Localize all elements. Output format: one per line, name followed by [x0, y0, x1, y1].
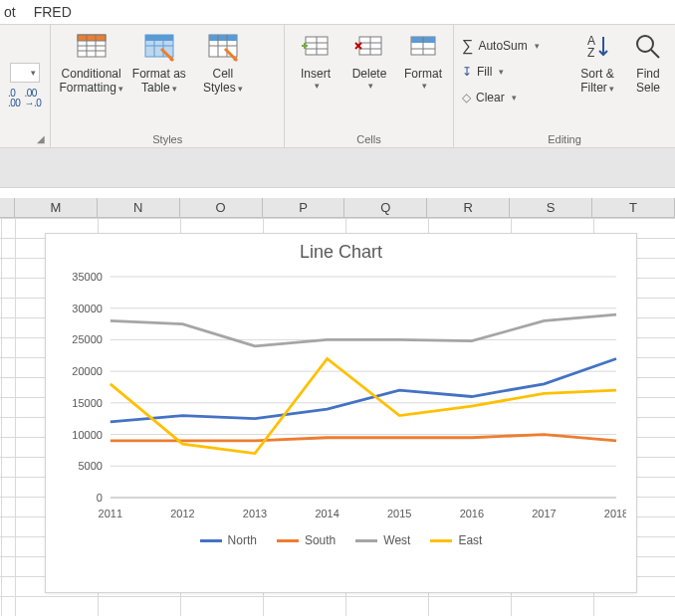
insert-cells-icon — [300, 31, 332, 63]
svg-rect-12 — [209, 35, 237, 41]
legend-swatch — [355, 539, 377, 542]
chevron-down-icon: ▾ — [499, 67, 504, 77]
svg-text:2016: 2016 — [460, 508, 484, 519]
col-header[interactable]: P — [263, 198, 345, 217]
worksheet[interactable]: M N O P Q R S T Line Chart 0500010000150… — [0, 148, 675, 616]
col-header[interactable]: M — [15, 198, 98, 217]
svg-text:0: 0 — [97, 492, 103, 504]
svg-text:Z: Z — [587, 46, 594, 60]
svg-text:2015: 2015 — [387, 508, 411, 519]
group-cells: Insert ▾ Delete ▾ Format ▾ Cells — [285, 25, 454, 147]
conditional-formatting-icon — [76, 31, 108, 63]
increase-decimal-button[interactable]: .0.00 — [8, 89, 20, 108]
group-styles: Conditional Formatting▾ Format as Table▾ — [51, 25, 285, 147]
ribbon: ▾ .0.00 .00→.0 ◢ Conditional Formatting▾ — [0, 25, 675, 148]
chevron-down-icon: ▾ — [31, 68, 36, 78]
svg-rect-1 — [78, 35, 106, 41]
legend-swatch — [277, 539, 299, 542]
col-header[interactable]: O — [180, 198, 263, 217]
chart-legend: NorthSouthWestEast — [56, 533, 626, 547]
legend-swatch — [200, 539, 222, 542]
legend-label: East — [458, 533, 482, 547]
legend-label: South — [305, 533, 336, 547]
delete-button[interactable]: Delete ▾ — [346, 29, 392, 92]
clear-button[interactable]: ◇ Clear ▾ — [462, 87, 565, 108]
group-number: ▾ .0.00 .00→.0 ◢ — [0, 25, 51, 147]
group-label: Styles — [51, 133, 284, 145]
format-as-table-icon — [143, 31, 175, 63]
col-header[interactable]: R — [427, 198, 510, 217]
insert-button[interactable]: Insert ▾ — [293, 29, 338, 92]
cell-styles-icon — [207, 31, 239, 63]
legend-item: East — [430, 533, 482, 547]
fill-button[interactable]: ↧ Fill ▾ — [462, 61, 565, 83]
chevron-down-icon: ▾ — [609, 84, 614, 94]
autosum-button[interactable]: ∑ AutoSum ▾ — [462, 35, 565, 57]
chevron-down-icon: ▾ — [535, 41, 540, 51]
number-format-combo[interactable]: ▾ — [10, 63, 40, 83]
cell-grid[interactable]: Line Chart 05000100001500020000250003000… — [0, 218, 675, 616]
group-label: Cells — [285, 133, 453, 145]
col-header[interactable]: S — [510, 198, 592, 217]
find-select-button[interactable]: Find Sele — [629, 29, 667, 96]
format-cells-icon — [407, 31, 439, 63]
svg-text:15000: 15000 — [72, 397, 102, 409]
legend-item: South — [277, 533, 336, 547]
find-icon — [632, 31, 664, 63]
chevron-down-icon: ▾ — [422, 81, 427, 92]
svg-text:2012: 2012 — [170, 508, 194, 519]
sort-filter-button[interactable]: A Z Sort & Filter▾ — [573, 29, 621, 96]
legend-label: North — [228, 533, 257, 547]
legend-item: North — [200, 533, 257, 547]
plot-area: 0500010000150002000025000300003500020112… — [56, 269, 626, 527]
svg-text:2017: 2017 — [532, 508, 556, 519]
chevron-down-icon: ▾ — [315, 81, 320, 92]
decrease-decimal-button[interactable]: .00→.0 — [24, 89, 41, 108]
svg-text:35000: 35000 — [72, 271, 102, 283]
chart-title: Line Chart — [56, 242, 626, 263]
svg-text:2011: 2011 — [99, 508, 122, 519]
sort-filter-icon: A Z — [581, 31, 613, 63]
col-header[interactable]: T — [592, 198, 675, 217]
col-header[interactable]: N — [98, 198, 180, 217]
chevron-down-icon: ▾ — [238, 84, 243, 94]
svg-text:5000: 5000 — [78, 460, 102, 472]
fill-down-icon: ↧ — [462, 65, 472, 79]
svg-text:2013: 2013 — [243, 508, 267, 519]
ribbon-tabs: ot FRED — [0, 0, 675, 25]
svg-text:2018: 2018 — [604, 508, 626, 519]
chart-object[interactable]: Line Chart 05000100001500020000250003000… — [45, 233, 637, 593]
svg-text:10000: 10000 — [72, 429, 102, 441]
chevron-down-icon: ▾ — [368, 81, 373, 92]
svg-text:2014: 2014 — [315, 508, 338, 519]
svg-line-31 — [651, 50, 659, 58]
legend-swatch — [430, 539, 452, 542]
ribbon-tab-ot[interactable]: ot — [4, 4, 16, 20]
sigma-icon: ∑ — [462, 37, 473, 55]
group-label: Editing — [454, 133, 675, 145]
delete-cells-icon — [353, 31, 385, 63]
svg-point-30 — [637, 36, 653, 52]
col-header[interactable]: Q — [344, 198, 427, 217]
legend-item: West — [355, 533, 410, 547]
cell-styles-button[interactable]: Cell Styles▾ — [195, 29, 251, 96]
svg-text:20000: 20000 — [72, 365, 102, 377]
chevron-down-icon: ▾ — [172, 84, 177, 94]
format-as-table-button[interactable]: Format as Table▾ — [131, 29, 187, 96]
legend-label: West — [383, 533, 410, 547]
svg-rect-7 — [145, 35, 173, 41]
chevron-down-icon: ▾ — [118, 84, 123, 94]
svg-text:25000: 25000 — [72, 333, 102, 345]
number-dialog-launcher[interactable]: ◢ — [34, 131, 48, 145]
column-headers: M N O P Q R S T — [0, 198, 675, 218]
conditional-formatting-button[interactable]: Conditional Formatting▾ — [59, 29, 122, 96]
chevron-down-icon: ▾ — [512, 93, 517, 103]
ribbon-tab-fred[interactable]: FRED — [34, 4, 72, 20]
eraser-icon: ◇ — [462, 91, 471, 104]
group-editing: ∑ AutoSum ▾ ↧ Fill ▾ ◇ Clear ▾ A Z Sort … — [454, 25, 675, 147]
svg-text:30000: 30000 — [72, 303, 102, 314]
format-button[interactable]: Format ▾ — [400, 29, 446, 92]
